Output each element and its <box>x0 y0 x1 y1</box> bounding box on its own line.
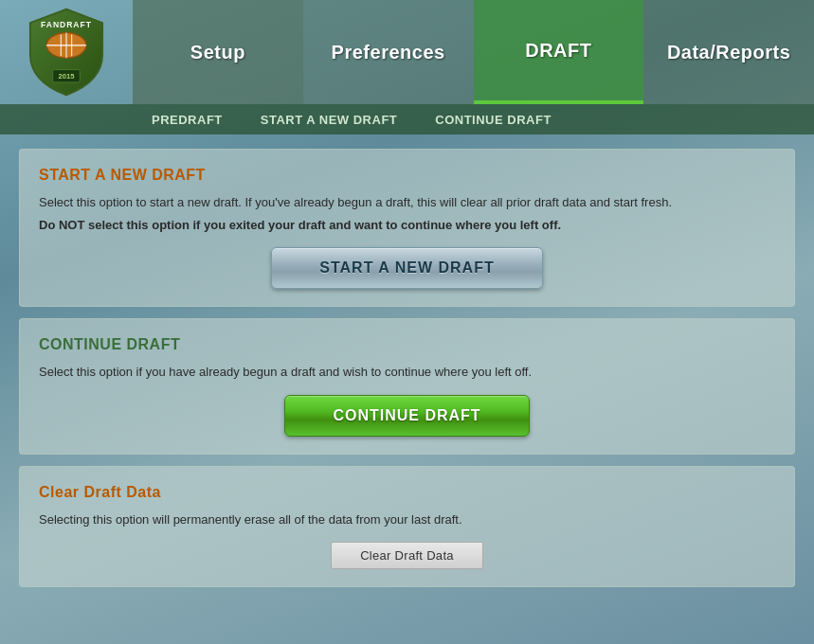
logo: 2015 FANDRAFT <box>19 5 114 99</box>
logo-svg: 2015 FANDRAFT <box>19 5 114 99</box>
continue-draft-btn-container: CONTINUE DRAFT <box>39 395 775 437</box>
logo-area: 2015 FANDRAFT <box>0 0 133 104</box>
start-new-draft-btn-container: START A NEW DRAFT <box>39 247 775 289</box>
start-new-draft-button[interactable]: START A NEW DRAFT <box>271 247 542 289</box>
start-new-draft-description: Select this option to start a new draft.… <box>39 193 775 212</box>
clear-draft-card: Clear Draft Data Selecting this option w… <box>19 466 795 588</box>
tab-setup[interactable]: Setup <box>133 0 303 104</box>
clear-draft-button[interactable]: Clear Draft Data <box>331 542 483 569</box>
continue-draft-card: CONTINUE DRAFT Select this option if you… <box>19 318 795 455</box>
subnav-continue-draft[interactable]: CONTINUE DRAFT <box>416 104 570 134</box>
tab-draft[interactable]: DRAFT <box>474 0 644 104</box>
main-content: START A NEW DRAFT Select this option to … <box>0 134 814 601</box>
subnav-start-new-draft[interactable]: START A NEW DRAFT <box>242 104 417 134</box>
tab-preferences[interactable]: Preferences <box>303 0 474 104</box>
clear-draft-btn-container: Clear Draft Data <box>39 542 775 569</box>
clear-draft-title: Clear Draft Data <box>39 484 775 501</box>
start-new-draft-title: START A NEW DRAFT <box>39 167 775 184</box>
continue-draft-title: CONTINUE DRAFT <box>39 336 775 353</box>
start-new-draft-card: START A NEW DRAFT Select this option to … <box>19 149 795 307</box>
tab-data-reports[interactable]: Data/Reports <box>643 0 814 104</box>
subnav-predraft[interactable]: PREDRAFT <box>133 104 242 134</box>
nav-tabs: Setup Preferences DRAFT Data/Reports <box>133 0 814 104</box>
navbar: 2015 FANDRAFT Setup Preferences DRAFT Da… <box>0 0 814 104</box>
continue-draft-description: Select this option if you have already b… <box>39 363 775 382</box>
start-new-draft-warning: Do NOT select this option if you exited … <box>39 216 775 235</box>
subnav: PREDRAFT START A NEW DRAFT CONTINUE DRAF… <box>0 104 814 134</box>
continue-draft-button[interactable]: CONTINUE DRAFT <box>284 395 529 437</box>
clear-draft-description: Selecting this option will permanently e… <box>39 510 775 529</box>
svg-text:2015: 2015 <box>59 72 76 80</box>
svg-text:FANDRAFT: FANDRAFT <box>41 20 92 29</box>
